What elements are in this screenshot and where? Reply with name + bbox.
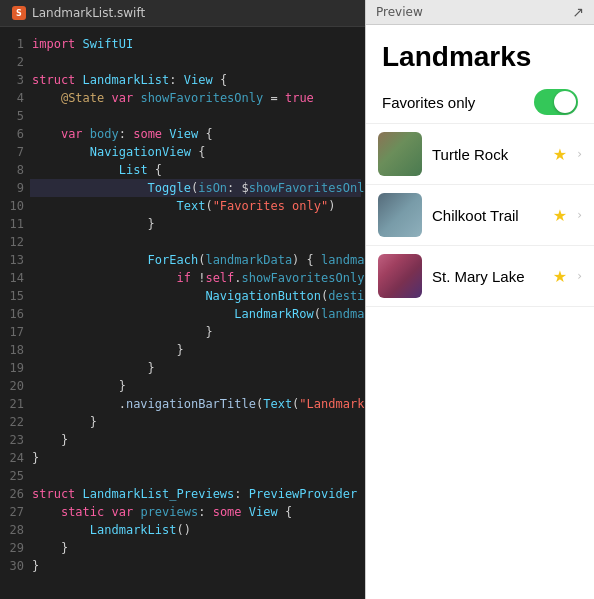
code-line: struct LandmarkList: View { [30,71,361,89]
code-line: } [30,377,361,395]
thumbnail-image [378,132,422,176]
code-line: } [30,557,361,575]
editor-content: 12345 678910 1112131415 1617181920 21222… [0,27,365,599]
landmark-thumbnail [378,132,422,176]
editor-tab[interactable]: S LandmarkList.swift [0,0,365,27]
preview-header: Preview ↗ [366,0,594,25]
code-editor: S LandmarkList.swift 12345 678910 111213… [0,0,365,599]
code-line: NavigationButton(destination: [30,287,361,305]
line-numbers: 12345 678910 1112131415 1617181920 21222… [0,27,30,599]
favorites-row: Favorites only [366,81,594,124]
landmark-name: St. Mary Lake [432,268,543,285]
code-line: } [30,215,361,233]
landmark-name: Turtle Rock [432,146,543,163]
landmark-name: Chilkoot Trail [432,207,543,224]
swift-icon: S [12,6,26,20]
code-line: struct LandmarkList_Previews: PreviewPro… [30,485,361,503]
thumbnail-image [378,254,422,298]
landmark-item-chilkoot-trail[interactable]: Chilkoot Trail ★ › [366,185,594,246]
code-line [30,53,361,71]
code-line [30,233,361,251]
landmarks-title: Landmarks [366,25,594,81]
chevron-right-icon: › [577,269,582,283]
landmark-thumbnail [378,254,422,298]
code-line: var body: some View { [30,125,361,143]
code-line: NavigationView { [30,143,361,161]
code-lines: import SwiftUI struct LandmarkList: View… [30,27,365,599]
chevron-right-icon: › [577,208,582,222]
preview-content: Landmarks Favorites only Turtle Rock ★ ›… [366,25,594,599]
favorites-toggle[interactable] [534,89,578,115]
preview-label: Preview [376,5,423,19]
preview-expand-icon[interactable]: ↗ [572,4,584,20]
code-line: List { [30,161,361,179]
code-line: } [30,323,361,341]
code-line: @State var showFavoritesOnly = true [30,89,361,107]
code-line: } [30,449,361,467]
code-line [30,467,361,485]
preview-panel: Preview ↗ Landmarks Favorites only Turtl… [365,0,594,599]
toggle-knob [554,91,576,113]
favorites-label: Favorites only [382,94,475,111]
code-line: } [30,431,361,449]
code-line: } [30,341,361,359]
code-line: .navigationBarTitle(Text("Landmarks")) [30,395,361,413]
code-line: LandmarkRow(landmark: land [30,305,361,323]
chevron-right-icon: › [577,147,582,161]
code-line [30,107,361,125]
filename: LandmarkList.swift [32,6,145,20]
landmark-thumbnail [378,193,422,237]
star-icon: ★ [553,206,567,225]
code-line: } [30,413,361,431]
code-line: LandmarkList() [30,521,361,539]
code-line: if !self.showFavoritesOnly || land [30,269,361,287]
thumbnail-image [378,193,422,237]
star-icon: ★ [553,145,567,164]
code-line: } [30,359,361,377]
code-line: static var previews: some View { [30,503,361,521]
code-line: Text("Favorites only") [30,197,361,215]
star-icon: ★ [553,267,567,286]
code-line: ForEach(landmarkData) { landmark in [30,251,361,269]
code-line: } [30,539,361,557]
code-line: Toggle(isOn: $showFavoritesOnly) { [30,179,361,197]
code-line: import SwiftUI [30,35,361,53]
landmark-item-turtle-rock[interactable]: Turtle Rock ★ › [366,124,594,185]
landmark-item-mary-lake[interactable]: St. Mary Lake ★ › [366,246,594,307]
svg-text:S: S [16,9,22,18]
